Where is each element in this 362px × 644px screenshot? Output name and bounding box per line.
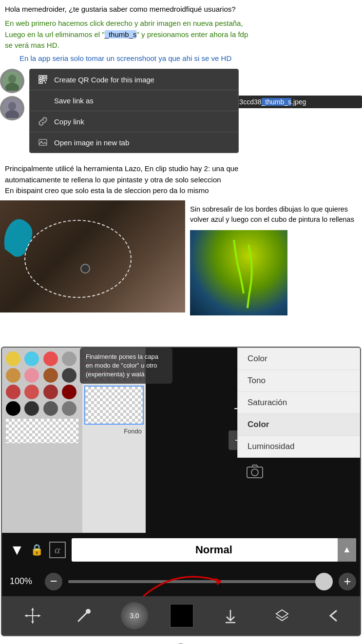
transparency-checker[interactable] [6, 419, 78, 443]
swatch-black[interactable] [6, 401, 20, 416]
drawing-app: Finalmente pones la capa en modo de "col… [1, 347, 361, 636]
down-arrow-icon: ▼ [10, 542, 24, 558]
drawing-top: Finalmente pones la capa en modo de "col… [2, 348, 361, 533]
tools-row3 [150, 460, 360, 483]
swatch-darkred2[interactable] [24, 385, 39, 399]
green-strokes [190, 230, 287, 315]
color-palette-panel [2, 348, 82, 533]
swatch-medgray[interactable] [62, 401, 76, 416]
brush-tool-button[interactable] [69, 601, 98, 630]
back-button[interactable] [319, 601, 348, 630]
drawing-app-section: Finalmente pones la capa en modo de "col… [2, 348, 361, 635]
annotation-bubble: Finalmente pones la capa en modo de "col… [80, 348, 172, 384]
url-thumb-highlight: _thumb_s [105, 30, 137, 39]
open-menu-label: Open image in new tab [54, 138, 129, 147]
camera-button[interactable] [243, 460, 267, 483]
back-icon [324, 607, 342, 624]
opacity-slider-thumb[interactable] [315, 573, 333, 590]
download-icon [222, 607, 239, 624]
blend-saturacion-label: Saturación [248, 398, 287, 407]
avatar-2 [0, 96, 24, 120]
qr-menu-label: Create QR Code for this image [54, 76, 154, 84]
nav-camera[interactable] [166, 637, 195, 644]
nav-home[interactable] [46, 637, 75, 644]
copy-menu-label: Copy link [54, 117, 84, 126]
middle-line3: En ibispaint creo que solo esta la de sl… [5, 186, 209, 195]
layer-toggle-button[interactable] [267, 601, 297, 630]
lasso-selection [24, 220, 132, 298]
swatch-brown[interactable] [43, 368, 58, 383]
qr-icon [38, 74, 48, 85]
context-menu-item-save[interactable]: Save link as [30, 90, 238, 111]
blue-instruction: En la app seria solo tomar un screenshoo… [5, 53, 357, 64]
swatch-nearblack[interactable] [24, 401, 39, 416]
swatch-pink[interactable] [24, 368, 39, 383]
opacity-percentage: 100% [10, 576, 39, 586]
swatch-yellow[interactable] [6, 351, 20, 366]
swatch-maroon[interactable] [62, 385, 76, 399]
annotation-text: Finalmente pones la capa en modo de "col… [86, 353, 158, 378]
context-menu-item-copy[interactable]: Copy link [30, 111, 238, 132]
brush-size-indicator[interactable]: 3.0 [121, 602, 148, 629]
lock-icon: 🔒 [30, 544, 43, 556]
nav-menu[interactable] [287, 637, 316, 644]
opacity-plus-button[interactable]: + [339, 573, 356, 590]
svg-rect-13 [46, 80, 47, 81]
camera-icon [246, 462, 264, 481]
copy-link-icon [38, 116, 48, 127]
blend-luminosidad[interactable]: Luminosidad [238, 436, 361, 457]
layer-icon [273, 607, 291, 624]
color-picker-square[interactable] [170, 604, 193, 627]
context-menu-item-open[interactable]: Open image in new tab [30, 132, 238, 153]
context-menu[interactable]: Create QR Code for this image Save link … [29, 69, 239, 153]
green-instructions: En web primero hacemos click derecho y a… [5, 18, 357, 51]
swatch-orange[interactable] [6, 368, 20, 383]
download-button[interactable] [216, 601, 245, 630]
svg-point-1 [8, 75, 16, 83]
top-text-section: Hola memedroider, ¿te gustaria saber com… [0, 0, 362, 66]
blend-mode-dropdown[interactable]: Color Tono Saturación Color L [237, 348, 361, 458]
blend-color-selected-label: Color [248, 420, 269, 429]
swatch-darkred1[interactable] [6, 385, 20, 399]
alpha-icon: α [49, 542, 66, 558]
normal-bar: ▼ 🔒 α Normal ▲ [2, 533, 361, 567]
color-swatches [6, 351, 78, 416]
avatar-list [0, 69, 27, 123]
svg-point-4 [8, 102, 16, 111]
move-tool-button[interactable] [18, 601, 47, 630]
blend-tono-label: Tono [248, 376, 266, 385]
swatch-red[interactable] [43, 351, 58, 366]
layer-fondo-label: Fondo [84, 427, 144, 436]
swatch-gray[interactable] [62, 351, 76, 366]
svg-rect-7 [40, 77, 41, 78]
layer-selected[interactable] [84, 386, 144, 425]
swatch-darkred3[interactable] [43, 385, 58, 399]
context-menu-area: Create QR Code for this image Save link … [0, 69, 362, 156]
normal-dropdown-arrow[interactable]: ▲ [338, 538, 356, 562]
green-line3: se verá mas HD. [5, 41, 59, 49]
normal-dropdown-button[interactable]: Normal ▲ [72, 538, 356, 562]
blend-color-selected[interactable]: Color [238, 414, 361, 436]
url-part2: jpeg [293, 98, 306, 106]
blend-luminosidad-label: Luminosidad [248, 442, 294, 451]
svg-rect-11 [40, 81, 41, 82]
blend-tono[interactable]: Tono [238, 370, 361, 392]
context-menu-item-qr[interactable]: Create QR Code for this image [30, 69, 238, 90]
normal-label: Normal [195, 544, 232, 556]
middle-text-section: Principalmente utilicé la herramienta La… [0, 159, 362, 200]
blend-saturacion[interactable]: Saturación [238, 392, 361, 414]
swatch-charcoal[interactable] [43, 401, 58, 416]
bottom-toolbar: 3.0 [2, 596, 361, 635]
swatch-darkgray[interactable] [62, 368, 76, 383]
move-tool-icon [22, 605, 43, 626]
svg-point-22 [251, 469, 258, 476]
blend-color-top-label: Color [248, 354, 267, 363]
blend-color-top[interactable]: Color [238, 348, 361, 370]
right-colored-image [190, 230, 287, 315]
swatch-cyan[interactable] [24, 351, 39, 366]
right-text-block: Sin sobresalir de los bordes dibujas lo … [185, 200, 362, 347]
bottom-navigation [0, 636, 362, 644]
opacity-minus-button[interactable]: − [45, 573, 62, 590]
svg-rect-9 [44, 77, 46, 78]
green-line1: En web primero hacemos click derecho y a… [5, 19, 243, 27]
